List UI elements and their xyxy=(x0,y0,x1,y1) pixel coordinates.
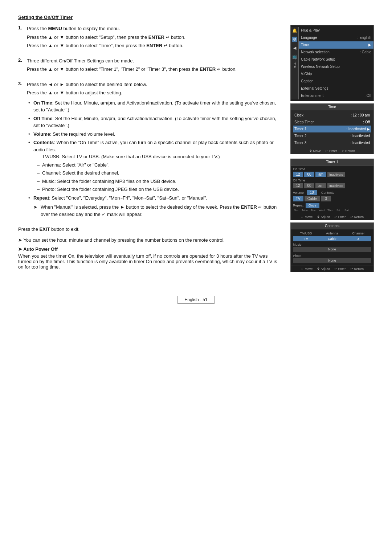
setup-tab-icon-4: 📺 xyxy=(292,54,297,59)
footer-text: English - 51 xyxy=(177,296,214,304)
timer1-footer-text: ↔ Move xyxy=(301,215,313,219)
time-row-timer1: Timer 1 : Inactivated ▶ xyxy=(293,126,371,132)
bullet-contents: Contents: When the "On Time" is active, … xyxy=(28,139,279,193)
time-row-timer3: Timer 3 : Inactivated xyxy=(293,139,371,146)
time-panel-title: Time xyxy=(291,104,373,110)
on-time-row: 12 00 am Inactivate xyxy=(291,171,373,178)
on-time-status: Inactivate xyxy=(327,172,345,177)
timer2-label: Timer 2 xyxy=(294,133,307,139)
auto-power-section: Auto Power Off When you set the timer On… xyxy=(18,246,279,270)
music-label: Music xyxy=(293,243,371,246)
footer-bar: English - 51 xyxy=(18,294,374,306)
volume-label: Volume xyxy=(293,191,304,195)
clock-label: Clock xyxy=(294,112,303,118)
clock-value: : 12 : 00 am xyxy=(351,112,370,118)
repeat-mon: Mon xyxy=(301,209,309,212)
contents-inner: TV/USB Antenna Channel TV Cable 3 Music … xyxy=(291,229,373,266)
auto-power-title: Auto Power Off xyxy=(18,246,279,252)
arrow-note: ➤ When "Manual" is selected, press the ►… xyxy=(33,204,279,218)
time-panel-footer: ❖ Move ↵ Enter ↩ Return xyxy=(291,148,373,154)
setup-item-caption: Caption xyxy=(299,78,373,85)
step-1-line-3: Press the ▲ or ▼ button to select "Time"… xyxy=(27,42,279,49)
arrow-note-text: When "Manual" is selected, press the ► b… xyxy=(41,204,279,218)
setup-item-time: Time▶ xyxy=(299,41,373,49)
timer1-label: Timer 1 xyxy=(294,126,307,132)
col-header-tvusb: TV/USB xyxy=(293,232,319,235)
repeat-once: Once xyxy=(306,203,319,208)
step-2-content: Three different On/Off Timer Settings ca… xyxy=(27,57,279,74)
contents-panel-footer: ↔ Move ❖ Adjust ↵ Enter ↩ Return xyxy=(291,266,373,272)
setup-item-external: External Settings xyxy=(299,85,373,92)
timer1-panel-footer: ↔ Move ❖ Adjust ↵ Enter ↩ Return xyxy=(291,214,373,220)
timer1-footer-adjust: ❖ Adjust xyxy=(317,215,330,219)
off-time-ampm: am xyxy=(315,183,326,188)
contents-row: TV Cable 3 xyxy=(291,196,373,202)
section-title: Setting the On/Off Timer xyxy=(18,15,374,20)
step-3-content: Press the ◄ or ► button to select the de… xyxy=(27,81,279,220)
bullet-off-time: Off Time: Set the Hour, Minute, am/pm, a… xyxy=(28,115,279,129)
timer1-panel: Timer 1 On Time 12 00 am Inactivate Off … xyxy=(290,159,374,220)
setup-left-tabs: 🔔 ⚙ ◀ 📺 xyxy=(291,27,299,99)
repeat-label: Repeat xyxy=(293,204,303,207)
repeat-row: Repeat Once Sun Mon Tue Wed Thu Fri Sat xyxy=(291,202,373,213)
off-time-m: 00 xyxy=(304,183,314,188)
step-3-line-2: Press the ▲ or ▼ button to adjust the se… xyxy=(27,89,279,97)
setup-tab-icon-2: ⚙ xyxy=(292,37,297,42)
setup-item-cable-network: Cable Network Setup xyxy=(299,56,373,63)
bullet-list: On Time: Set the Hour, Minute, am/pm, an… xyxy=(28,99,279,218)
step-2-line-2: Press the ▲ or ▼ button to select "Timer… xyxy=(27,66,279,73)
time-footer-enter: ↵ Enter xyxy=(325,149,337,153)
on-time-ampm: am xyxy=(315,172,326,177)
contents-photo-section: Photo None xyxy=(291,253,373,264)
contents-footer-return: ↩ Return xyxy=(350,267,364,271)
sub-bullet-photo: Photo: Select the folder containing JPEG… xyxy=(37,186,279,193)
off-time-status: Inactivate xyxy=(327,183,345,188)
setup-item-vchip: V-Chip xyxy=(299,70,373,78)
on-time-label: On Time xyxy=(291,167,373,171)
contents-footer-enter: ↵ Enter xyxy=(334,267,346,271)
repeat-days: Sun Mon Tue Wed Thu Fri Sat xyxy=(293,209,371,212)
time-footer-text: ❖ Move xyxy=(309,149,321,153)
time-row-timer2: Timer 2 : Inactivated xyxy=(293,132,371,139)
volume-row: Volume 10 Contents xyxy=(291,189,373,196)
auto-power-text: When you set the timer On, the televisio… xyxy=(18,253,279,270)
time-panel: Time Clock : 12 : 00 am Sleep Timer : Of… xyxy=(290,103,374,154)
music-value: None xyxy=(293,247,371,252)
sub-bullet-channel: Channel: Select the desired channel. xyxy=(37,169,279,177)
time-row-sleep: Sleep Timer : Off xyxy=(293,119,371,126)
contents-label: Contents xyxy=(321,191,334,195)
contents-antenna-val: Cable xyxy=(319,236,345,241)
step-3: 3. Press the ◄ or ► button to select the… xyxy=(18,81,279,220)
timer1-panel-title: Timer 1 xyxy=(291,159,373,165)
repeat-wed: Wed xyxy=(318,209,325,212)
off-time-h: 12 xyxy=(293,183,303,188)
col-header-antenna: Antenna xyxy=(319,232,345,235)
contents-tv: TV xyxy=(293,196,303,201)
step-3-number: 3. xyxy=(18,81,24,220)
timer1-footer-enter: ↵ Enter xyxy=(334,215,346,219)
contents-panel: Contents TV/USB Antenna Channel TV Cable… xyxy=(290,222,374,272)
timer2-value: : Inactivated xyxy=(350,133,370,139)
sub-bullet-antenna: Antenna: Select "Air" or "Cable". xyxy=(37,161,279,169)
step-1-number: 1. xyxy=(18,25,24,51)
timer3-label: Timer 3 xyxy=(294,140,307,146)
contents-channel-val: 3 xyxy=(345,236,371,241)
step-1: 1. Press the MENU button to display the … xyxy=(18,25,279,51)
bullet-on-time: On Time: Set the Hour, Minute, am/pm, an… xyxy=(28,99,279,114)
contents-col-headers: TV/USB Antenna Channel xyxy=(291,231,373,236)
on-time-h: 12 xyxy=(293,172,303,177)
time-panel-inner: Clock : 12 : 00 am Sleep Timer : Off Tim… xyxy=(291,110,373,148)
main-layout: 1. Press the MENU button to display the … xyxy=(18,25,374,272)
step-3-line-1: Press the ◄ or ► button to select the de… xyxy=(27,81,279,88)
contents-footer-adjust: ❖ Adjust xyxy=(317,267,330,271)
tip-note: ➤ You can set the hour, minute and chann… xyxy=(18,237,279,244)
timer3-value: : Inactivated xyxy=(350,140,370,146)
setup-item-entertainment: Entertainment: Off xyxy=(299,92,373,99)
sleep-value: : Off xyxy=(363,119,370,125)
off-time-label: Off Time xyxy=(291,178,373,182)
setup-tab-icon-1: 🔔 xyxy=(292,28,297,33)
repeat-thu: Thu xyxy=(326,209,334,212)
bullet-repeat: Repeat: Select "Once", "Everyday", "Mon~… xyxy=(28,195,279,218)
timer1-content: On Time 12 00 am Inactivate Off Time 12 … xyxy=(291,165,373,214)
timer1-footer-return: ↩ Return xyxy=(350,215,364,219)
